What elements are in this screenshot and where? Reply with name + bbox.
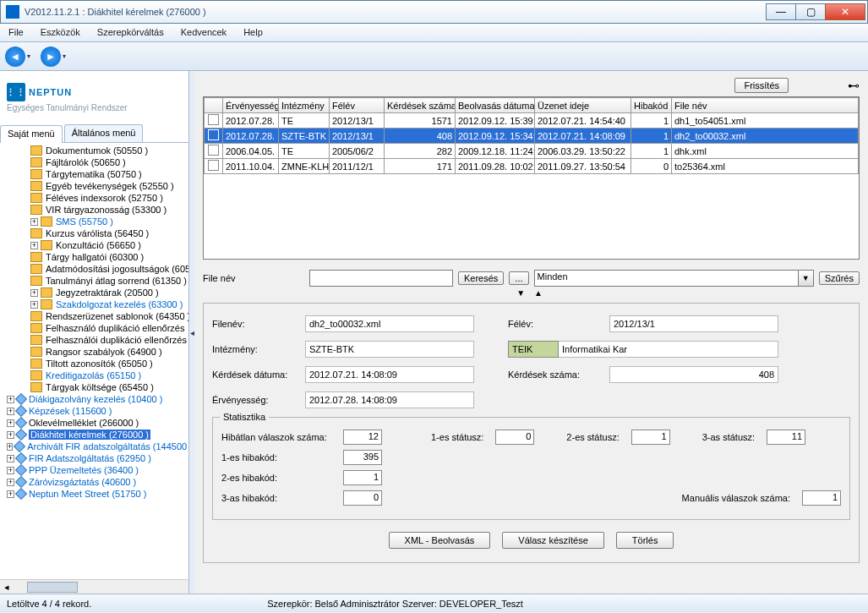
tree-h-scrollbar[interactable]: ◂ — [0, 579, 188, 594]
expand-icon[interactable]: + — [7, 467, 14, 474]
maximize-button[interactable]: ▢ — [795, 3, 826, 20]
delete-button[interactable]: Törlés — [616, 532, 674, 549]
answer-create-button[interactable]: Válasz készítése — [502, 532, 604, 549]
grid-header[interactable]: Hibakód — [631, 98, 672, 113]
tree-item[interactable]: Tárgyak költsége (65450 ) — [0, 381, 188, 393]
folder-icon — [15, 488, 27, 500]
expand-icon[interactable]: + — [7, 396, 14, 403]
tree-item[interactable]: +Konzultáció (56650 ) — [0, 239, 188, 251]
close-button[interactable]: ✕ — [825, 3, 865, 20]
results-grid[interactable]: ÉrvényességIntézményFélévKérdések számaB… — [203, 96, 860, 260]
grid-row[interactable]: 2012.07.28.TE2012/13/115712012.09.12. 15… — [205, 113, 859, 129]
tree-item-label: VIR tárgyazonosság (53300 ) — [46, 205, 167, 215]
grid-header[interactable]: Kérdések száma — [385, 98, 456, 113]
filter-combo-dropdown[interactable]: ▼ — [799, 270, 814, 287]
filter-button[interactable]: Szűrés — [819, 271, 860, 285]
browse-button[interactable]: ... — [509, 271, 528, 285]
search-button[interactable]: Keresés — [458, 271, 504, 285]
menu-help[interactable]: Help — [235, 24, 271, 41]
value-h1: 395 — [343, 450, 382, 465]
tree-item[interactable]: +PPP Üzemeltetés (36400 ) — [0, 464, 188, 476]
expand-icon[interactable]: + — [30, 242, 38, 249]
navigation-tree[interactable]: Dokumentumok (50550 )Fájltárolók (50650 … — [0, 143, 188, 579]
refresh-button[interactable]: Frissítés — [734, 78, 789, 93]
tree-item[interactable]: Kreditigazolás (65150 ) — [0, 369, 188, 381]
expand-icon[interactable]: + — [7, 490, 14, 498]
pin-icon[interactable]: ⊷ — [848, 79, 860, 92]
tree-item[interactable]: Adatmódosítási jogosultságok (60500 ) — [0, 263, 188, 275]
tree-item-label: Konzultáció (56650 ) — [56, 240, 141, 250]
tree-item-label: Záróvizsgáztatás (40600 ) — [29, 477, 136, 487]
tree-item[interactable]: Egyéb tevékenységek (52550 ) — [0, 180, 188, 192]
row-checkbox[interactable] — [208, 160, 219, 171]
tree-item[interactable]: +Képzések (115600 ) — [0, 405, 188, 417]
tree-item[interactable]: VIR tárgyazonosság (53300 ) — [0, 204, 188, 216]
tab-general-menu[interactable]: Általános menü — [64, 124, 144, 142]
tree-item[interactable]: Tárgy hallgatói (60300 ) — [0, 251, 188, 263]
label-h1: 1-es hibakód: — [221, 452, 331, 462]
expand-icon[interactable]: + — [7, 419, 14, 427]
nav-back-button[interactable]: ◄ — [5, 47, 25, 67]
tree-item[interactable]: +Neptun Meet Street (51750 ) — [0, 488, 188, 500]
folder-icon — [30, 347, 42, 357]
nav-forward-dropdown[interactable]: ▾ — [63, 52, 66, 60]
tree-item[interactable]: Rangsor szabályok (64900 ) — [0, 346, 188, 358]
status-role: Szerepkör: Belső Adminisztrátor Szerver:… — [267, 599, 523, 609]
label-ervenyesseg: Érvényesség: — [212, 395, 305, 405]
grid-row[interactable]: 2012.07.28.SZTE-BTK2012/13/14082012.09.1… — [205, 129, 859, 144]
tree-item[interactable]: Felhasználó duplikáció ellenőrzés — [0, 322, 188, 334]
grid-header[interactable] — [205, 98, 223, 113]
tree-item[interactable]: Dokumentumok (50550 ) — [0, 145, 188, 156]
grid-header[interactable]: Intézmény — [279, 98, 330, 113]
tree-item[interactable]: Tiltott azonosítók (65050 ) — [0, 358, 188, 369]
grid-header[interactable]: Beolvasás dátuma — [456, 98, 535, 113]
grid-header[interactable]: Félév — [330, 98, 385, 113]
expand-icon[interactable]: + — [7, 479, 14, 486]
tab-own-menu[interactable]: Saját menü — [0, 125, 63, 143]
tree-item[interactable]: Kurzus várólista (56450 ) — [0, 227, 188, 239]
row-checkbox[interactable] — [208, 129, 219, 140]
row-checkbox[interactable] — [208, 145, 219, 156]
tree-item[interactable]: Felhasználói duplikáció ellenőrzés — [0, 334, 188, 346]
menu-file[interactable]: File — [0, 24, 32, 41]
tree-item[interactable]: Tanulmányi átlag sorrend (61350 ) — [0, 275, 188, 287]
xml-read-button[interactable]: XML - Beolvasás — [389, 532, 491, 549]
minimize-button[interactable]: — — [766, 3, 796, 20]
menu-tools[interactable]: Eszközök — [32, 24, 89, 41]
filter-combo-value[interactable]: Minden — [534, 270, 799, 287]
filename-input[interactable] — [309, 270, 453, 287]
grid-header[interactable]: File név — [672, 98, 859, 113]
grid-nav-arrows[interactable]: ▼ ▲ — [203, 288, 860, 298]
grid-header[interactable]: Érvényesség — [223, 98, 279, 113]
grid-row[interactable]: 2006.04.05.TE2005/06/22822009.12.18. 11:… — [205, 144, 859, 159]
tree-item[interactable]: +Archivált FIR adatszolgáltatás (144500 … — [0, 441, 188, 452]
tree-item[interactable]: Fájltárolók (50650 ) — [0, 156, 188, 168]
tree-item[interactable]: +Oklevélmelléklet (266000 ) — [0, 417, 188, 429]
expand-icon[interactable]: + — [7, 455, 14, 462]
row-checkbox[interactable] — [208, 114, 219, 125]
expand-icon[interactable]: + — [30, 218, 38, 226]
menu-role[interactable]: Szerepkörváltás — [89, 24, 172, 41]
tree-item[interactable]: +Diákigazolvány kezelés (10400 ) — [0, 393, 188, 405]
grid-header[interactable]: Üzenet ideje — [535, 98, 631, 113]
tree-item[interactable]: +FIR Adatszolgáltatás (62950 ) — [0, 452, 188, 464]
tree-item[interactable]: Tárgytematika (50750 ) — [0, 168, 188, 180]
expand-icon[interactable]: + — [7, 408, 14, 415]
expand-icon[interactable]: + — [7, 443, 13, 451]
tree-item[interactable]: +Diákhitel kérelmek (276000 ) — [0, 429, 188, 441]
tree-item[interactable]: +SMS (55750 ) — [0, 216, 188, 227]
tree-item[interactable]: Rendszerüzenet sablonok (64350 ) — [0, 310, 188, 322]
expand-icon[interactable]: + — [30, 301, 38, 309]
grid-row[interactable]: 2011.10.04.ZMNE-KLH2011/12/11712011.09.2… — [205, 159, 859, 174]
expand-icon[interactable]: + — [30, 289, 38, 297]
expand-icon[interactable]: + — [7, 431, 14, 439]
menu-favorites[interactable]: Kedvencek — [172, 24, 235, 41]
filter-combo[interactable]: Minden ▼ — [534, 270, 814, 287]
tree-item[interactable]: +Jegyzetraktárak (20500 ) — [0, 287, 188, 298]
nav-forward-button[interactable]: ► — [41, 47, 61, 67]
nav-back-dropdown[interactable]: ▾ — [27, 52, 30, 60]
tree-item[interactable]: +Záróvizsgáztatás (40600 ) — [0, 476, 188, 488]
tree-item-label: Rangsor szabályok (64900 ) — [46, 347, 162, 357]
tree-item[interactable]: Féléves indexsorok (52750 ) — [0, 192, 188, 204]
tree-item[interactable]: +Szakdolgozat kezelés (63300 ) — [0, 298, 188, 310]
